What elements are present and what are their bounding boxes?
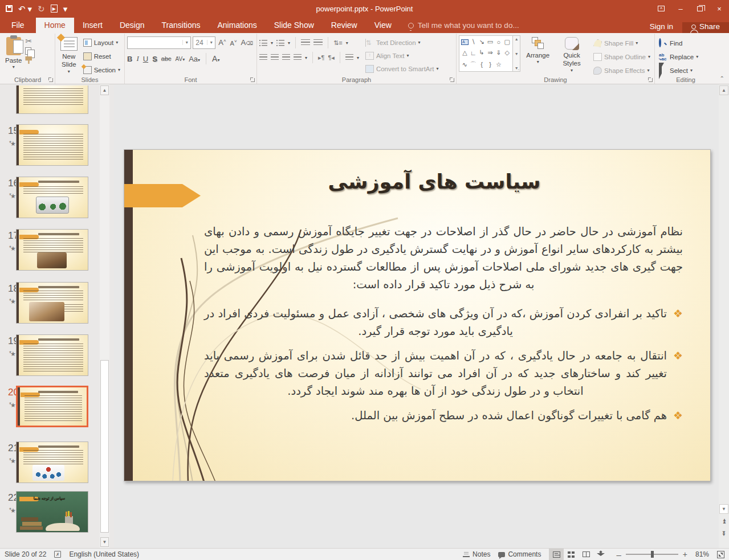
paragraph-dialog-launcher[interactable]	[450, 78, 454, 82]
align-center-icon[interactable]	[271, 54, 279, 61]
shape-elbow-arrow-icon[interactable]: ↳	[479, 49, 484, 56]
shape-arrow-icon[interactable]: ↘	[479, 38, 484, 46]
shape-rounded-rectangle-icon[interactable]: ▢	[504, 38, 510, 46]
tab-review[interactable]: Review	[323, 18, 366, 33]
reading-view-button[interactable]	[579, 549, 593, 560]
clipboard-dialog-launcher[interactable]	[49, 78, 53, 82]
notes-button[interactable]: Notes	[463, 550, 490, 558]
shape-left-brace-icon[interactable]: {	[480, 61, 483, 68]
current-slide[interactable]: سیاست های آموزشی نظام آموزشی در حال حاضر…	[124, 149, 711, 481]
shape-star-icon[interactable]: ☆	[496, 61, 502, 68]
bold-button[interactable]: B	[127, 55, 132, 63]
slide-canvas[interactable]: سیاست های آموزشی نظام آموزشی در حال حاضر…	[114, 84, 729, 548]
layout-button[interactable]: Layout▾	[82, 36, 122, 48]
slide-body-text[interactable]: نظام آموزشی در حال حاضر در حال گذر از اص…	[204, 223, 683, 431]
shape-scribble-icon[interactable]: ∿	[462, 61, 467, 68]
tab-design[interactable]: Design	[111, 18, 153, 33]
scroll-up-icon[interactable]: ▲	[719, 85, 728, 95]
tell-me-box[interactable]: Tell me what you want to do...	[408, 21, 519, 33]
slide-sorter-view-button[interactable]	[564, 549, 579, 560]
previous-slide-button[interactable]: ▲▲	[719, 516, 728, 526]
shape-right-arrow-icon[interactable]: ⇒	[487, 49, 492, 56]
close-icon[interactable]: ×	[710, 0, 729, 17]
font-dialog-launcher[interactable]	[251, 78, 255, 82]
character-spacing-button[interactable]: AV▾	[176, 56, 185, 62]
reset-button[interactable]: Reset	[82, 50, 122, 62]
shape-elbow-icon[interactable]: ∟	[470, 50, 477, 56]
italic-button[interactable]: I	[136, 54, 139, 63]
normal-view-button[interactable]	[549, 549, 564, 560]
cut-icon[interactable]: ✂	[25, 36, 32, 46]
next-slide-button[interactable]: ▼▼	[719, 529, 728, 538]
slide-count[interactable]: Slide 20 of 22	[5, 550, 46, 558]
shape-line-icon[interactable]: ∖	[471, 38, 475, 46]
text-box-icon[interactable]: A	[461, 39, 469, 45]
tab-view[interactable]: View	[366, 18, 400, 33]
rtl-direction-icon[interactable]: ¶◂	[328, 54, 334, 62]
numbering-icon[interactable]	[276, 39, 284, 46]
share-button[interactable]: Share	[682, 22, 729, 33]
thumbnails-scrollbar[interactable]: ▲ ▼	[100, 84, 109, 548]
underline-button[interactable]: U	[143, 55, 148, 63]
zoom-slider-thumb[interactable]	[651, 551, 654, 558]
tab-animations[interactable]: Animations	[209, 18, 265, 33]
shape-triangle-icon[interactable]: △	[462, 49, 467, 56]
shape-pentagon-icon[interactable]: ◇	[505, 49, 510, 56]
gallery-up-icon[interactable]: ▲	[515, 37, 519, 41]
text-direction-button[interactable]: ⇅Text Direction▾	[364, 36, 441, 48]
select-button[interactable]: Select▾	[657, 64, 714, 76]
zoom-level[interactable]: 81%	[695, 550, 709, 558]
shapes-gallery[interactable]: A ∖ ↘ ▭ ○ ▢ △ ∟ ↳ ⇒ ⇓ ◇ ∿ ⌒ { } ☆	[459, 35, 520, 72]
quick-styles-button[interactable]: Quick Styles▾	[555, 35, 588, 76]
scrollbar-thumb[interactable]	[100, 360, 109, 533]
tab-home[interactable]: Home	[36, 18, 74, 33]
scroll-up-icon[interactable]: ▲	[100, 85, 109, 95]
ribbon-display-options-icon[interactable]: ˄	[651, 0, 671, 17]
new-slide-button[interactable]: New Slide▾	[58, 35, 80, 76]
section-button[interactable]: Section▾	[82, 64, 122, 76]
main-scrollbar[interactable]: ▲ ▼ ▲▲ ▼▼	[719, 84, 729, 548]
columns-icon[interactable]	[345, 54, 353, 61]
decrease-indent-icon[interactable]	[301, 39, 310, 46]
spellcheck-icon[interactable]: ✗	[54, 551, 61, 558]
replace-button[interactable]: ab⤷acReplace▾	[657, 51, 714, 63]
convert-smartart-button[interactable]: Convert to SmartArt▾	[364, 63, 441, 75]
shape-arc-icon[interactable]: ⌒	[470, 60, 477, 69]
gallery-down-icon[interactable]: ▼	[515, 52, 519, 56]
text-shadow-button[interactable]: S	[152, 55, 157, 63]
find-button[interactable]: Find	[657, 37, 714, 49]
zoom-slider[interactable]	[626, 554, 678, 555]
collapse-ribbon-icon[interactable]: ⌃	[720, 75, 724, 81]
strikethrough-button[interactable]: abc	[161, 55, 172, 62]
paste-button[interactable]: Paste▾	[3, 35, 24, 72]
change-case-button[interactable]: Aa▾	[189, 55, 200, 63]
tab-slideshow[interactable]: Slide Show	[266, 18, 323, 33]
slide-title[interactable]: سیاست های آموزشی	[193, 170, 676, 193]
increase-indent-icon[interactable]	[313, 39, 323, 46]
ltr-direction-icon[interactable]: ▸¶	[318, 54, 324, 62]
scroll-down-icon[interactable]: ▼	[719, 504, 728, 514]
clear-formatting-icon[interactable]: A⌫	[240, 38, 254, 47]
gallery-more-icon[interactable]: ▼̱	[515, 66, 519, 70]
justify-icon[interactable]	[294, 54, 302, 61]
scroll-down-icon[interactable]: ▼	[100, 537, 109, 547]
shape-right-brace-icon[interactable]: }	[489, 61, 491, 68]
shape-rectangle-icon[interactable]: ▭	[487, 38, 493, 46]
copy-icon[interactable]	[25, 47, 31, 55]
shape-oval-icon[interactable]: ○	[497, 39, 501, 46]
decrease-font-size-icon[interactable]: A˅	[229, 39, 238, 47]
zoom-out-icon[interactable]: –	[616, 550, 621, 559]
tab-transitions[interactable]: Transitions	[153, 18, 209, 33]
restore-icon[interactable]	[690, 0, 710, 17]
shape-effects-button[interactable]: Shape Effects▾	[592, 64, 652, 76]
shape-fill-button[interactable]: Shape Fill▾	[592, 37, 652, 49]
font-name-combobox[interactable]: ▾	[127, 36, 191, 49]
font-color-button[interactable]: A▾	[212, 54, 219, 63]
tab-file[interactable]: File	[0, 18, 36, 33]
drawing-dialog-launcher[interactable]	[649, 78, 653, 82]
bullets-icon[interactable]	[259, 39, 267, 46]
shape-down-arrow-icon[interactable]: ⇓	[496, 49, 501, 56]
shape-outline-button[interactable]: Shape Outline▾	[592, 51, 652, 63]
sign-in-button[interactable]: Sign in	[641, 22, 682, 33]
format-painter-icon[interactable]	[25, 56, 32, 64]
